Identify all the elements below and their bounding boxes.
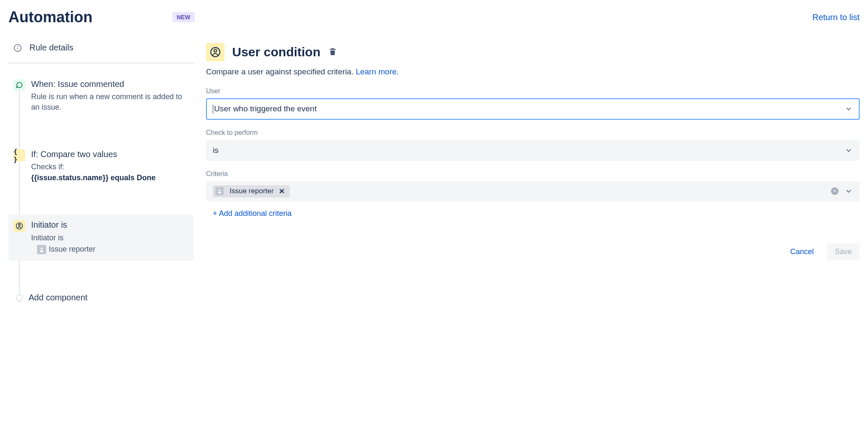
step-title: Initiator is [31,220,188,230]
chevron-down-icon [844,187,853,195]
page-title: Automation [8,8,93,26]
step-sub: Initiator is Issue reporter [31,232,188,255]
rule-details-label: Rule details [29,43,74,53]
avatar-icon [215,187,224,195]
criteria-select[interactable]: Issue reporter ✕ ✕ [206,181,860,202]
check-select-value: is [213,146,219,155]
add-component-button[interactable]: Add component [8,286,193,311]
step-desc: Rule is run when a new comment is added … [31,92,188,113]
page-header: Automation NEW Return to list [8,8,860,26]
info-icon [13,44,22,52]
svg-point-4 [19,224,21,226]
chip-remove-button[interactable]: ✕ [277,187,286,196]
step-trigger[interactable]: When: Issue commented Rule is run when a… [8,74,193,118]
svg-point-8 [219,189,220,191]
step-sub-line1: Initiator is [31,234,64,242]
new-badge: NEW [172,12,195,22]
step-desc: Checks if: {{issue.status.name}} equals … [31,162,188,183]
add-criteria-button[interactable]: + Add additional criteria [206,209,860,218]
main-desc-text: Compare a user against specified criteri… [206,67,356,76]
criteria-chip-label: Issue reporter [230,187,274,195]
rule-details-button[interactable]: Rule details [8,43,193,63]
braces-icon: { } [13,150,25,161]
user-condition-icon [206,43,225,61]
clear-all-button[interactable]: ✕ [831,187,839,195]
step-title: If: Compare two values [31,150,188,159]
main-title: User condition [232,45,320,59]
cancel-button[interactable]: Cancel [784,243,820,260]
learn-more-link[interactable]: Learn more. [356,67,399,76]
step-condition-compare[interactable]: { } If: Compare two values Checks if: {{… [8,144,193,189]
avatar-icon [37,245,46,254]
rule-sidebar: Rule details When: Issue commented Rule … [8,43,193,311]
svg-point-2 [18,46,18,47]
user-select[interactable]: User who triggered the event [206,98,860,120]
comment-icon [13,79,25,91]
save-button[interactable]: Save [827,243,860,260]
main-description: Compare a user against specified criteri… [206,67,860,76]
chevron-down-icon [844,105,853,113]
criteria-chip: Issue reporter ✕ [213,185,290,197]
add-component-label: Add component [29,293,188,302]
empty-circle-icon [16,294,23,301]
chevron-down-icon [844,146,853,155]
criteria-field-label: Criteria [206,170,860,178]
delete-button[interactable] [328,47,337,58]
user-icon [13,220,25,232]
step-condition-user[interactable]: Initiator is Initiator is Issue reporter [8,214,193,261]
check-field-label: Check to perform [206,129,860,137]
step-title: When: Issue commented [31,79,188,89]
step-sub-line2: Issue reporter [49,245,95,253]
check-select[interactable]: is [206,140,860,161]
svg-point-7 [214,50,217,53]
step-desc-strong: {{issue.status.name}} equals Done [31,173,156,182]
main-panel: User condition Compare a user against sp… [206,43,860,311]
step-desc-prefix: Checks if: [31,163,64,171]
svg-point-5 [41,247,43,250]
user-field-label: User [206,87,860,95]
return-to-list-link[interactable]: Return to list [812,13,860,22]
user-select-value: User who triggered the event [214,104,317,113]
